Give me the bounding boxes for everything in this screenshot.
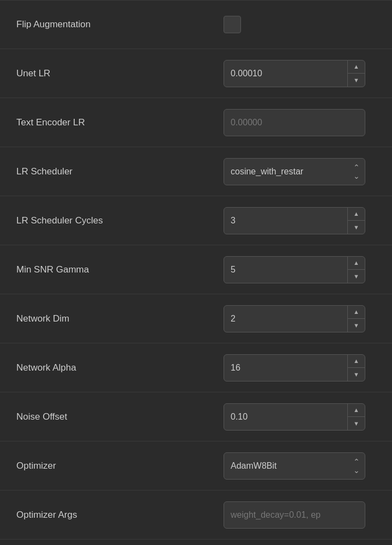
unet-lr-down-button[interactable]: ▼ [348,74,365,87]
min-snr-gamma-input[interactable] [224,257,347,283]
unet-lr-spinner: ▲ ▼ [347,60,365,87]
label-network-alpha: Network Alpha [16,362,224,373]
row-lr-scheduler: LR Scheduler cosine_with_restar linear c… [0,147,392,196]
noise-offset-input[interactable] [224,404,347,430]
row-noise-offset: Noise Offset ▲ ▼ [0,392,392,441]
row-unet-lr: Unet LR ▲ ▼ [0,49,392,98]
lr-scheduler-select-wrapper: cosine_with_restar linear cosine constan… [224,158,365,185]
lr-scheduler-cycles-spinner: ▲ ▼ [347,208,365,234]
control-lr-scheduler-cycles: ▲ ▼ [224,207,376,234]
control-optimizer-args [224,501,376,529]
lr-scheduler-cycles-input[interactable] [224,208,347,234]
noise-offset-up-button[interactable]: ▲ [348,404,365,417]
label-unet-lr: Unet LR [16,68,224,79]
label-optimizer-args: Optimizer Args [16,510,224,520]
row-optimizer: Optimizer AdamW8Bit AdamW SGD Lion ⌃⌄ [0,441,392,491]
network-alpha-input[interactable] [224,355,347,381]
control-flip-augmentation [224,16,376,33]
control-unet-lr: ▲ ▼ [224,60,376,87]
row-min-snr-gamma: Min SNR Gamma ▲ ▼ [0,245,392,294]
settings-container: Flip Augmentation Unet LR ▲ ▼ Text Encod… [0,0,392,540]
network-dim-input[interactable] [224,306,347,332]
min-snr-gamma-spinner: ▲ ▼ [347,257,365,283]
lr-scheduler-select[interactable]: cosine_with_restar linear cosine constan… [224,158,365,185]
row-lr-scheduler-cycles: LR Scheduler Cycles ▲ ▼ [0,196,392,245]
label-min-snr-gamma: Min SNR Gamma [16,264,224,275]
label-optimizer: Optimizer [16,461,224,471]
checkbox-wrapper-flip [224,16,241,33]
noise-offset-input-wrapper: ▲ ▼ [224,403,365,431]
control-optimizer: AdamW8Bit AdamW SGD Lion ⌃⌄ [224,452,376,480]
noise-offset-spinner: ▲ ▼ [347,404,365,430]
label-network-dim: Network Dim [16,313,224,324]
network-dim-input-wrapper: ▲ ▼ [224,305,365,332]
unet-lr-up-button[interactable]: ▲ [348,60,365,74]
unet-lr-input[interactable] [224,60,347,87]
control-text-encoder-lr [224,109,376,136]
network-dim-up-button[interactable]: ▲ [348,306,365,319]
noise-offset-down-button[interactable]: ▼ [348,417,365,430]
optimizer-select-wrapper: AdamW8Bit AdamW SGD Lion ⌃⌄ [224,452,365,480]
network-alpha-up-button[interactable]: ▲ [348,355,365,368]
network-dim-down-button[interactable]: ▼ [348,319,365,332]
lr-scheduler-cycles-down-button[interactable]: ▼ [348,221,365,234]
row-network-dim: Network Dim ▲ ▼ [0,294,392,343]
text-encoder-lr-input[interactable] [224,109,365,136]
label-lr-scheduler: LR Scheduler [16,166,224,177]
label-noise-offset: Noise Offset [16,411,224,422]
min-snr-gamma-input-wrapper: ▲ ▼ [224,256,365,283]
control-noise-offset: ▲ ▼ [224,403,376,431]
network-alpha-down-button[interactable]: ▼ [348,368,365,381]
control-min-snr-gamma: ▲ ▼ [224,256,376,283]
flip-augmentation-checkbox[interactable] [224,16,241,33]
lr-scheduler-cycles-input-wrapper: ▲ ▼ [224,207,365,234]
unet-lr-input-wrapper: ▲ ▼ [224,60,365,87]
label-lr-scheduler-cycles: LR Scheduler Cycles [16,215,224,226]
network-alpha-input-wrapper: ▲ ▼ [224,354,365,382]
row-optimizer-args: Optimizer Args [0,491,392,540]
row-text-encoder-lr: Text Encoder LR [0,98,392,147]
lr-scheduler-cycles-up-button[interactable]: ▲ [348,208,365,221]
row-flip-augmentation: Flip Augmentation [0,0,392,49]
row-network-alpha: Network Alpha ▲ ▼ [0,343,392,392]
control-lr-scheduler: cosine_with_restar linear cosine constan… [224,158,376,185]
control-network-alpha: ▲ ▼ [224,354,376,382]
optimizer-select[interactable]: AdamW8Bit AdamW SGD Lion [224,452,365,480]
min-snr-gamma-up-button[interactable]: ▲ [348,257,365,270]
control-network-dim: ▲ ▼ [224,305,376,332]
label-text-encoder-lr: Text Encoder LR [16,117,224,128]
optimizer-args-input[interactable] [224,501,365,529]
label-flip-augmentation: Flip Augmentation [16,19,224,30]
network-dim-spinner: ▲ ▼ [347,306,365,332]
min-snr-gamma-down-button[interactable]: ▼ [348,270,365,283]
network-alpha-spinner: ▲ ▼ [347,355,365,381]
